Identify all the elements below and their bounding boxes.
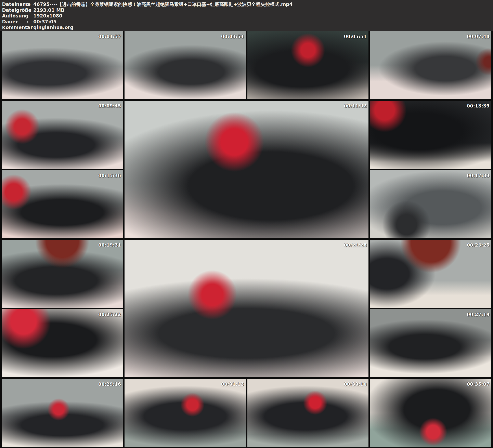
metadata-value-comment: qinglanhua.org (33, 24, 493, 31)
file-metadata-header: Dateiname : 46795----【进击的番茄】全身禁锢绷紧的快感！油亮… (0, 0, 493, 31)
video-thumbnail[interactable]: 00:25:22 (2, 309, 123, 377)
metadata-separator: : (27, 13, 33, 19)
timestamp-overlay: 00:33:10 (344, 381, 367, 387)
metadata-label: Dateigröße (2, 7, 27, 13)
metadata-row-dateigroesse: Dateigröße : 2193.01 MB (2, 7, 493, 13)
timestamp-overlay: 00:09:45 (98, 103, 121, 108)
video-thumbnail[interactable]: 00:23:25 (370, 240, 491, 308)
timestamp-overlay: 00:21:28 (344, 242, 367, 247)
video-contact-sheet: Dateiname : 46795----【进击的番茄】全身禁锢绷紧的快感！油亮… (0, 0, 493, 448)
metadata-row-aufloesung: Auflösung : 1920x1080 (2, 13, 493, 19)
metadata-label: Auflösung (2, 13, 27, 19)
video-thumbnail-featured[interactable]: 00:11:42 (124, 101, 369, 238)
timestamp-overlay: 00:05:51 (344, 34, 367, 39)
metadata-value-filesize: 2193.01 MB (33, 7, 493, 13)
metadata-row-dauer: Dauer : 00:37:05 (2, 19, 493, 25)
metadata-label: Dauer (2, 19, 27, 25)
video-thumbnail[interactable]: 00:01:57 (2, 31, 123, 99)
video-thumbnail-featured[interactable]: 00:21:28 (124, 240, 369, 377)
metadata-label: Dateiname (2, 1, 27, 7)
metadata-separator: : (27, 24, 33, 31)
video-thumbnail[interactable]: 00:19:31 (2, 240, 123, 308)
timestamp-overlay: 00:03:54 (221, 34, 244, 39)
video-thumbnail[interactable]: 00:15:36 (2, 170, 123, 238)
timestamp-overlay: 00:29:16 (98, 381, 121, 387)
video-thumbnail[interactable]: 00:03:54 (124, 31, 246, 99)
video-thumbnail[interactable]: 00:13:39 (370, 101, 491, 168)
video-thumbnail[interactable]: 00:35:07 (370, 379, 491, 447)
timestamp-overlay: 00:23:25 (467, 242, 490, 247)
timestamp-overlay: 00:11:42 (344, 103, 367, 108)
metadata-separator: : (27, 7, 33, 13)
timestamp-overlay: 00:27:19 (467, 312, 490, 317)
timestamp-overlay: 00:25:22 (98, 312, 121, 317)
video-thumbnail[interactable]: 00:33:10 (247, 379, 369, 447)
video-thumbnail[interactable]: 00:05:51 (247, 31, 369, 99)
video-thumbnail[interactable]: 00:27:19 (370, 309, 491, 377)
video-thumbnail[interactable]: 00:17:33 (370, 170, 491, 238)
timestamp-overlay: 00:17:33 (467, 173, 490, 178)
timestamp-overlay: 00:31:13 (221, 381, 244, 387)
metadata-row-kommentar: Kommentar : qinglanhua.org (2, 24, 493, 31)
metadata-separator: : (27, 1, 33, 7)
metadata-value-resolution: 1920x1080 (33, 13, 493, 19)
timestamp-overlay: 00:19:31 (98, 242, 121, 247)
metadata-value-filename: 46795----【进击的番茄】全身禁锢绷紧的快感！油亮黑丝超绝驷马紧缚+口罩口… (33, 1, 493, 7)
timestamp-overlay: 00:13:39 (467, 103, 490, 108)
timestamp-overlay: 00:15:36 (98, 173, 121, 178)
video-thumbnail[interactable]: 00:29:16 (2, 379, 123, 447)
video-thumbnail[interactable]: 00:07:48 (370, 31, 491, 99)
timestamp-overlay: 00:35:07 (467, 381, 490, 387)
timestamp-overlay: 00:07:48 (467, 34, 490, 39)
video-thumbnail[interactable]: 00:09:45 (2, 101, 123, 168)
video-thumbnail[interactable]: 00:31:13 (124, 379, 246, 447)
metadata-value-duration: 00:37:05 (33, 19, 493, 25)
metadata-label: Kommentar (2, 24, 27, 31)
thumbnail-grid: 00:01:57 00:03:54 00:05:51 00:07:48 00:0… (0, 31, 493, 448)
timestamp-overlay: 00:01:57 (98, 34, 121, 39)
metadata-separator: : (27, 19, 33, 25)
metadata-row-dateiname: Dateiname : 46795----【进击的番茄】全身禁锢绷紧的快感！油亮… (2, 1, 493, 7)
